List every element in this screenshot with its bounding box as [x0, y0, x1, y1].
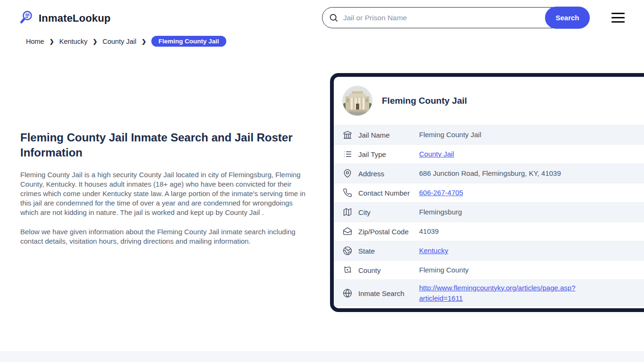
contact-number-link[interactable]: 606-267-4705 — [419, 189, 463, 197]
row-label: State — [358, 247, 419, 255]
jail-card-title: Fleming County Jail — [382, 96, 467, 106]
page-title: Fleming County Jail Inmate Search and Ja… — [20, 130, 305, 160]
jail-info-card: Fleming County Jail Jail NameFleming Cou… — [330, 73, 644, 312]
jail-info-row: CountyFleming County — [334, 260, 644, 280]
article: Fleming County Jail Inmate Search and Ja… — [20, 130, 305, 246]
jail-info-row: CityFlemingsburg — [334, 202, 644, 222]
row-value: Flemingsburg — [419, 207, 462, 217]
list-icon — [343, 149, 352, 159]
chevron-right-icon: ❯ — [141, 38, 146, 45]
footer-strip — [0, 351, 644, 362]
globe-web-icon — [343, 288, 352, 298]
row-label: Contact Number — [358, 189, 419, 197]
brand-logo[interactable]: InmateLookup — [19, 9, 111, 27]
breadcrumb-link-kentucky[interactable]: Kentucky — [59, 38, 88, 45]
row-value: 41039 — [419, 226, 439, 237]
jail-info-row: Inmate Searchhttp://www.flemingcountyky.… — [334, 280, 644, 306]
breadcrumb-current-badge: Fleming County Jail — [151, 36, 226, 47]
mail-icon — [343, 227, 352, 236]
row-value: http://www.flemingcountyky.org/articles/… — [419, 283, 608, 304]
jail-info-row: Jail TypeCounty Jail — [334, 144, 644, 164]
row-label: Jail Type — [358, 150, 419, 158]
row-label: Inmate Search — [358, 289, 419, 297]
jail-type-link[interactable]: County Jail — [419, 150, 454, 158]
row-value: 686 Junction Road, Flemingsburg, KY, 410… — [419, 168, 561, 179]
breadcrumb-link-county-jail[interactable]: County Jail — [102, 38, 136, 45]
jail-card-header: Fleming County Jail — [334, 77, 644, 125]
details-paragraph: Below we have given information about th… — [20, 227, 305, 246]
jail-photo — [342, 86, 372, 116]
row-label: Zip/Postal Code — [358, 228, 419, 236]
breadcrumb: Home❯Kentucky❯County Jail❯Fleming County… — [26, 36, 226, 47]
map-icon — [343, 207, 352, 217]
chevron-right-icon: ❯ — [50, 38, 54, 45]
row-value: Kentucky — [419, 246, 448, 256]
landmark-icon — [343, 130, 352, 140]
state-link[interactable]: Kentucky — [419, 247, 448, 255]
row-value: Fleming County Jail — [419, 130, 481, 140]
row-label: Address — [358, 170, 419, 178]
row-value: County Jail — [419, 149, 454, 159]
globe-icon — [343, 246, 352, 255]
chevron-right-icon: ❯ — [92, 38, 97, 45]
row-label: Jail Name — [358, 131, 419, 139]
row-value: 606-267-4705 — [419, 188, 463, 198]
jail-info-row: Zip/Postal Code41039 — [334, 222, 644, 241]
jail-info-row: Jail NameFleming County Jail — [334, 125, 644, 144]
row-label: City — [358, 208, 419, 216]
page: InmateLookup Search Home❯Kentucky❯County… — [0, 0, 644, 362]
map-pin-icon — [343, 169, 352, 178]
search-bar: Search — [322, 7, 589, 28]
intro-paragraph: Fleming County Jail is a high security C… — [20, 170, 305, 217]
jail-info-row: Contact Number606-267-4705 — [334, 183, 644, 202]
brand-name: InmateLookup — [39, 12, 111, 25]
row-value: Fleming County — [419, 265, 469, 275]
magnifier-list-icon — [19, 9, 34, 27]
phone-icon — [343, 188, 352, 197]
breadcrumb-link-home[interactable]: Home — [26, 38, 44, 45]
search-button[interactable]: Search — [545, 7, 590, 29]
row-label: County — [358, 266, 419, 274]
menu-icon[interactable] — [611, 13, 625, 23]
jail-info-rows: Jail NameFleming County JailJail TypeCou… — [334, 125, 644, 306]
jail-info-row: Address686 Junction Road, Flemingsburg, … — [334, 164, 644, 183]
county-map-icon — [343, 265, 352, 275]
jail-info-row: StateKentucky — [334, 241, 644, 260]
inmate-search-link[interactable]: http://www.flemingcountyky.org/articles/… — [419, 284, 576, 302]
